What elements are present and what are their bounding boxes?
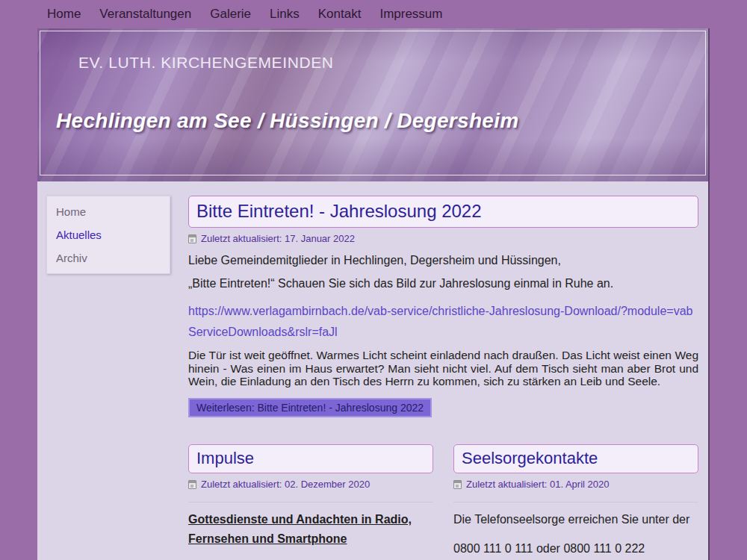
site-header: EV. LUTH. KIRCHENGEMEINDEN Hechlingen am…: [37, 28, 708, 181]
site-title: Hechlingen am See / Hüssingen / Degershe…: [56, 109, 518, 133]
divider: [453, 502, 698, 503]
calendar-icon: [453, 480, 462, 489]
site-supertitle: EV. LUTH. KIRCHENGEMEINDEN: [78, 54, 334, 72]
bottom-columns: Impulse Zuletzt aktualisiert: 02. Dezemb…: [188, 444, 698, 560]
article-link-paragraph: https://www.verlagambirnbach.de/vab-serv…: [188, 301, 698, 342]
impulse-updated: Zuletzt aktualisiert: 02. Dezember 2020: [188, 479, 433, 490]
impulse-updated-text: Zuletzt aktualisiert: 02. Dezember 2020: [201, 479, 370, 490]
sidebar-item-archiv[interactable]: Archiv: [47, 246, 170, 270]
sidebar: Home Aktuelles Archiv: [46, 196, 170, 560]
sidebar-menu: Home Aktuelles Archiv: [46, 196, 170, 274]
nav-item-home[interactable]: Home: [47, 7, 81, 22]
main-column: Bitte Eintreten! - Jahreslosung 2022 Zul…: [188, 196, 698, 560]
nav-item-impressum[interactable]: Impressum: [379, 7, 442, 22]
seelsorge-updated-text: Zuletzt aktualisiert: 01. April 2020: [466, 479, 610, 490]
article-paragraph-2: „Bitte Eintreten!“ Schauen Sie sich das …: [188, 277, 698, 290]
article-title: Bitte Eintreten! - Jahreslosung 2022: [188, 196, 698, 228]
sidebar-item-aktuelles[interactable]: Aktuelles: [47, 223, 170, 246]
column-impulse: Impulse Zuletzt aktualisiert: 02. Dezemb…: [188, 444, 433, 560]
calendar-icon: [188, 234, 196, 243]
divider: [188, 502, 433, 503]
article-updated: Zuletzt aktualisiert: 17. Januar 2022: [188, 233, 698, 244]
seelsorge-title: Seelsorgekontakte: [453, 444, 698, 473]
sidebar-item-home[interactable]: Home: [47, 200, 170, 223]
nav-item-galerie[interactable]: Galerie: [210, 7, 251, 22]
seelsorge-text: Die Telefonseelsorge erreichen Sie unter…: [453, 510, 698, 529]
readmore-button[interactable]: Weiterlesen: Bitte Eintreten! - Jahreslo…: [188, 398, 432, 417]
article-paragraph-1: Liebe Gemeindemitglieder in Hechlingen, …: [188, 254, 698, 267]
content-area: Home Aktuelles Archiv Bitte Eintreten! -…: [37, 181, 708, 560]
article-updated-text: Zuletzt aktualisiert: 17. Januar 2022: [201, 233, 355, 244]
column-seelsorgekontakte: Seelsorgekontakte Zuletzt aktualisiert: …: [453, 444, 698, 560]
top-navigation: Home Veranstaltungen Galerie Links Konta…: [0, 0, 747, 28]
page-panel: EV. LUTH. KIRCHENGEMEINDEN Hechlingen am…: [37, 28, 710, 560]
impulse-heading: Gottesdienste und Andachten in Radio, Fe…: [188, 510, 433, 550]
jahreslosung-download-link[interactable]: https://www.verlagambirnbach.de/vab-serv…: [188, 305, 692, 338]
nav-item-kontakt[interactable]: Kontakt: [318, 7, 362, 22]
nav-item-links[interactable]: Links: [270, 7, 300, 22]
nav-item-veranstaltungen[interactable]: Veranstaltungen: [99, 7, 191, 22]
calendar-icon: [188, 480, 196, 489]
impulse-title: Impulse: [188, 444, 433, 473]
seelsorge-updated: Zuletzt aktualisiert: 01. April 2020: [453, 479, 698, 490]
seelsorge-phone: 0800 111 0 111 oder 0800 111 0 222: [453, 542, 698, 556]
article-body-paragraph: Die Tür ist weit geöffnet. Warmes Licht …: [188, 349, 698, 388]
